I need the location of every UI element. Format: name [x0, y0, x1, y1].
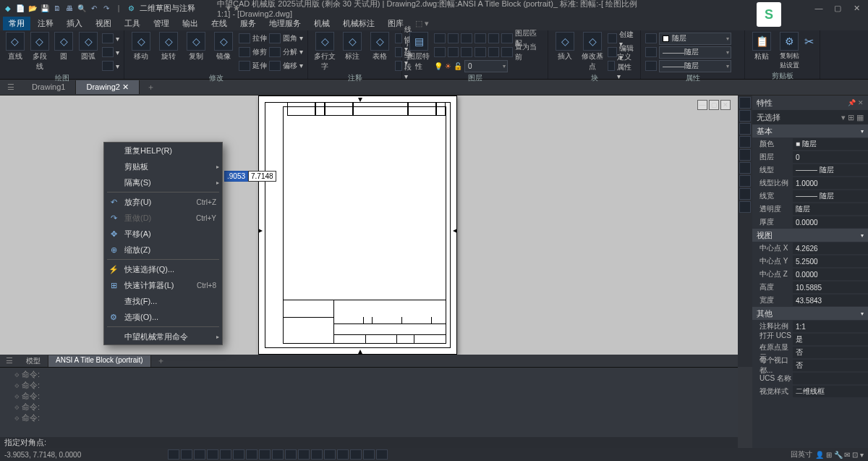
cut-icon[interactable]: ✂ [804, 32, 814, 48]
block-修改基点[interactable]: ◇修改基点 [580, 32, 605, 72]
sb-grid-icon[interactable] [168, 449, 179, 460]
pin-icon[interactable]: 📌 ✕ [848, 99, 864, 106]
qat-undo-icon[interactable]: ↶ [89, 3, 99, 13]
prop-视觉样式[interactable]: 视觉样式二维线框 [752, 385, 868, 398]
prop-高度[interactable]: 高度10.5885 [752, 281, 868, 294]
layer-combo[interactable]: 0 [464, 60, 508, 72]
panel-label-clip: 剪贴板 [749, 70, 815, 82]
doctab-add-button[interactable]: ＋ [140, 82, 162, 93]
prop-UCS 名称[interactable]: UCS 名称 [752, 372, 868, 385]
prop-宽度[interactable]: 宽度43.5843 [752, 294, 868, 307]
ctx-选项(O)...[interactable]: ⚙选项(O)... [104, 309, 222, 325]
vp-min-icon[interactable]: — [697, 100, 707, 110]
workspace-label[interactable]: 二维草图与注释 [140, 3, 195, 14]
ctx-查找(F)...[interactable]: 查找(F)... [104, 293, 222, 309]
command-input[interactable]: 指定对角点: [0, 437, 738, 448]
rtb-icon[interactable] [739, 97, 751, 109]
modify-复制[interactable]: ◇复制 [184, 32, 208, 62]
doctab-menu-icon[interactable]: ☰ [0, 83, 22, 92]
ctx-隔离(S)[interactable]: 隔离(S)▸ [104, 174, 222, 190]
tab-视图[interactable]: 视图 [90, 17, 117, 30]
tab-注释[interactable]: 注释 [32, 17, 59, 30]
prop-图层[interactable]: 图层0 [752, 151, 868, 164]
prop-中心点 X[interactable]: 中心点 X4.2626 [752, 242, 868, 255]
prop-group-基本[interactable]: 基本 [752, 124, 868, 138]
modify-镜像[interactable]: ◇镜像 [211, 32, 236, 62]
modify-旋转[interactable]: ◇旋转 [156, 32, 181, 62]
tab-管理[interactable]: 管理 [148, 17, 175, 30]
maximize-button[interactable]: ▢ [829, 1, 846, 14]
layer-props-button[interactable]: ▤图层特性 [407, 32, 431, 72]
tab-插入[interactable]: 插入 [61, 17, 88, 30]
vp-restore-icon[interactable]: ▢ [709, 100, 719, 110]
ctx-平移(A)[interactable]: ✥平移(A) [104, 226, 222, 242]
lt-combo[interactable]: ——— 随层 [659, 60, 731, 72]
prop-透明度[interactable]: 透明度随层 [752, 203, 868, 216]
layout-tab-0[interactable]: 模型 [19, 355, 48, 367]
mini-定义属性[interactable]: 定义属性 ▾ [608, 59, 636, 72]
doctab-Drawing2[interactable]: Drawing2 ✕ [76, 80, 140, 94]
workspace-gear-icon[interactable]: ⚙ [126, 3, 136, 13]
prop-group-视图[interactable]: 视图 [752, 229, 868, 242]
draw-直线[interactable]: ◇直线 [4, 32, 26, 62]
color-combo[interactable]: 随层 [659, 33, 731, 45]
app-icon: ◆ [3, 3, 13, 13]
qat-preview-icon[interactable]: 🔍 [77, 3, 87, 13]
annot-多行文字[interactable]: ◇多行文字 [312, 32, 337, 72]
prop-颜色[interactable]: 颜色■ 随层 [752, 138, 868, 151]
prop-厚度[interactable]: 厚度0.0000 [752, 216, 868, 229]
layout-add-button[interactable]: ＋ [151, 355, 171, 366]
coord-x[interactable]: .9053 [224, 171, 248, 182]
qat-redo-icon[interactable]: ↷ [101, 3, 111, 13]
ctx-剪贴板[interactable]: 剪贴板▸ [104, 158, 222, 174]
draw-圆[interactable]: ◇圆 [54, 32, 75, 62]
ctx-中望机械常用命令[interactable]: 中望机械常用命令▸ [104, 329, 222, 344]
draw-多段线[interactable]: ◇多段线 [29, 32, 51, 72]
prop-线宽[interactable]: 线宽——— 随层 [752, 190, 868, 203]
draw-圆弧[interactable]: ◇圆弧 [77, 32, 99, 62]
ctx-快速计算器(L)[interactable]: ⊞快速计算器(L)Ctrl+8 [104, 277, 222, 293]
tab-在线[interactable]: 在线 [205, 17, 233, 30]
layout-menu-icon[interactable]: ☰ [0, 356, 19, 365]
ribbon-toggle-icon[interactable]: ⬚ ▾ [415, 19, 429, 28]
layout-tab-1[interactable]: ANSI A Title Block (portrait) [48, 355, 151, 367]
tab-常用[interactable]: 常用 [3, 17, 30, 30]
close-button[interactable]: ✕ [848, 1, 865, 14]
tab-机械标注[interactable]: 机械标注 [337, 17, 380, 30]
annot-标注[interactable]: ◇标注 [340, 32, 365, 72]
qat-plot-icon[interactable]: 🖶 [64, 3, 75, 13]
tab-输出[interactable]: 输出 [176, 17, 204, 30]
modify-移动[interactable]: ◇移动 [129, 32, 153, 62]
qat-new-icon[interactable]: 📄 [15, 3, 25, 13]
minimize-button[interactable]: — [810, 1, 827, 14]
block-插入[interactable]: ◇插入 [553, 32, 577, 72]
annot-表格[interactable]: ◇表格 [367, 32, 392, 72]
tab-服务[interactable]: 服务 [234, 17, 262, 30]
lw-combo[interactable]: ——— 随层 [659, 46, 731, 59]
prop-中心点 Y[interactable]: 中心点 Y5.2500 [752, 255, 868, 268]
ctx-放弃(U)[interactable]: ↶放弃(U)Ctrl+Z [104, 194, 222, 210]
vp-close-icon[interactable]: ✕ [720, 100, 731, 110]
doctab-Drawing1[interactable]: Drawing1 [22, 80, 76, 94]
prop-线型比例[interactable]: 线型比例1.0000 [752, 177, 868, 190]
qat-saveas-icon[interactable]: 🗎 [52, 3, 62, 13]
selection-label[interactable]: 无选择 [757, 112, 780, 123]
prop-每个视口都...[interactable]: 每个视口都...否 [752, 359, 868, 372]
tab-地理服务[interactable]: 地理服务 [263, 17, 307, 30]
status-bar: -3.9053, 7.7148, 0.0000 回英寸 👤 ⊞ 🔧 ✉ ⊡ ▾ [0, 448, 868, 461]
prop-线型[interactable]: 线型——— 随层 [752, 164, 868, 177]
copy-settings-button[interactable]: ⚙复制粘贴设置 [777, 32, 801, 70]
status-units[interactable]: 回英寸 [791, 449, 812, 460]
tab-工具[interactable]: 工具 [119, 17, 146, 30]
command-history: ⟐ 命令:⟐ 命令:⟐ 命令:⟐ 命令:⟐ 命令: [0, 367, 738, 437]
ctx-快速选择(Q)...[interactable]: ⚡快速选择(Q)... [104, 261, 222, 277]
tab-机械[interactable]: 机械 [308, 17, 336, 30]
qat-open-icon[interactable]: 📂 [27, 3, 38, 13]
ctx-重做(D)[interactable]: ↷重做(D)Ctrl+Y [104, 210, 222, 226]
prop-中心点 Z[interactable]: 中心点 Z0.0000 [752, 268, 868, 281]
prop-group-其他[interactable]: 其他 [752, 307, 868, 320]
ctx-缩放(Z)[interactable]: ⊕缩放(Z) [104, 242, 222, 258]
qat-save-icon[interactable]: 💾 [40, 3, 50, 13]
ctx-重复HELP(R)[interactable]: 重复HELP(R) [104, 143, 222, 158]
paste-button[interactable]: 📋粘贴 [749, 32, 774, 62]
